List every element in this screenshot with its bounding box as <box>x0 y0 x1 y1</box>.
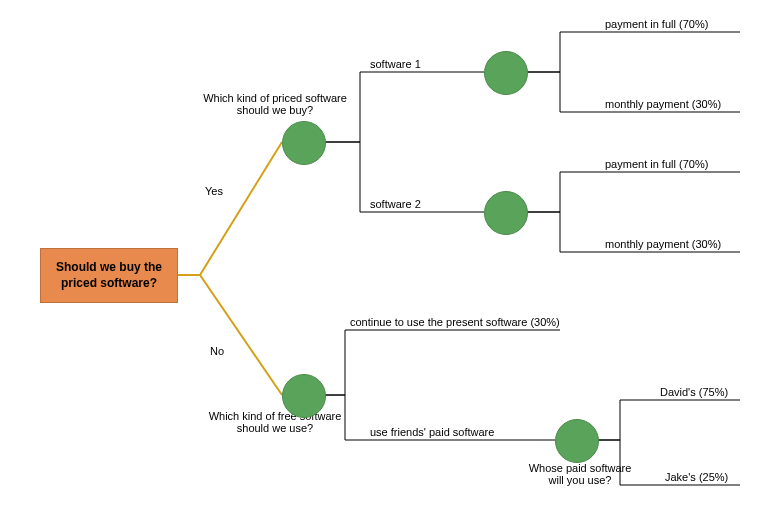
sw2-leaf1: payment in full (70%) <box>605 158 708 170</box>
friends-question: Whose paid software will you use? <box>520 462 640 486</box>
edge-yes: Yes <box>205 185 223 197</box>
sw2-node <box>484 191 528 235</box>
no-node <box>282 374 326 418</box>
no-question: Which kind of free software should we us… <box>200 410 350 434</box>
friends-leaf2: Jake's (25%) <box>665 471 728 483</box>
sw2-leaf2: monthly payment (30%) <box>605 238 721 250</box>
root-decision: Should we buy the priced software? <box>40 248 178 303</box>
friends-leaf1: David's (75%) <box>660 386 728 398</box>
sw1-leaf1: payment in full (70%) <box>605 18 708 30</box>
sw1-leaf2: monthly payment (30%) <box>605 98 721 110</box>
yes-node <box>282 121 326 165</box>
sw1-label: software 1 <box>370 58 421 70</box>
edge-no: No <box>210 345 224 357</box>
continue-leaf: continue to use the present software (30… <box>350 316 560 328</box>
sw1-node <box>484 51 528 95</box>
friends-node <box>555 419 599 463</box>
friends-label: use friends' paid software <box>370 426 494 438</box>
sw2-label: software 2 <box>370 198 421 210</box>
yes-question: Which kind of priced software should we … <box>200 92 350 116</box>
root-text: Should we buy the priced software? <box>45 260 173 291</box>
decision-tree: Should we buy the priced software? Yes N… <box>0 0 760 511</box>
